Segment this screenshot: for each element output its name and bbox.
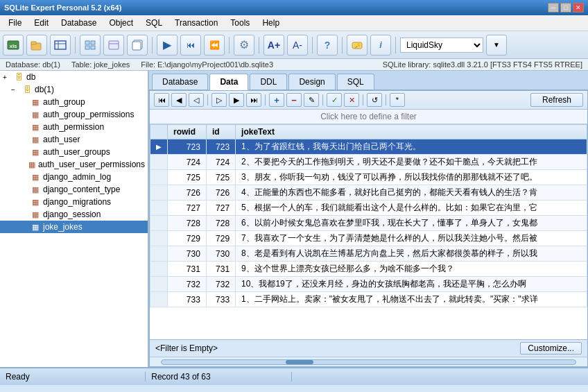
hscroll-thumb[interactable]: [286, 360, 313, 364]
tree-label-django-session: django_session: [43, 210, 101, 219]
minimize-button[interactable]: ─: [548, 3, 559, 12]
table-row[interactable]: 7277275、根据一个人的车，我们就能看出这个人是什么样的。比如：如果它在沟里…: [150, 201, 587, 216]
tree-label-auth-group-perm: auth_group_permissions: [43, 110, 134, 119]
menu-help[interactable]: Help: [257, 17, 285, 29]
tree-item-auth-user-groups[interactable]: ▦ auth_user_groups: [0, 146, 148, 158]
tree-expand-db1[interactable]: −: [11, 86, 19, 94]
toolbar-font-inc-btn[interactable]: A+: [263, 35, 284, 56]
del-row-btn[interactable]: −: [286, 93, 302, 107]
tab-sql[interactable]: SQL: [337, 74, 374, 90]
toolbar-gear-btn[interactable]: ⚙: [234, 35, 254, 56]
table-row[interactable]: 7287286、以前小时候女鬼总喜欢在梦里吓我，现在长大了，懂事了，单身人了，女…: [150, 216, 587, 231]
close-button[interactable]: ✕: [573, 3, 584, 12]
table-row[interactable]: 7267264、正能量的东西也不能多看，就好比自己挺穷的，都能天天看有钱人的生活…: [150, 185, 587, 201]
table-row[interactable]: 7317319、这个世界上漂亮女孩已经那么多，为啥不能多一个我？: [150, 262, 587, 277]
toolbar-table-btn[interactable]: [50, 35, 71, 56]
tree-label-django-admin: django_admin_log: [43, 172, 111, 182]
toolbar-key-btn[interactable]: 🔑: [347, 35, 368, 56]
toolbar-font-dec-btn[interactable]: A-: [287, 35, 308, 56]
toolbar-open-btn[interactable]: [26, 35, 47, 56]
main-toolbar: xls ▶ ⏮ ⏪ ⚙ A+ A- ? 🔑 i LiquidSky ▼: [0, 31, 588, 59]
toolbar-copy-btn[interactable]: [127, 35, 148, 56]
nav-last-btn[interactable]: ⏭: [246, 93, 261, 107]
main-area: + 🗄 db − 🗄 db(1) ▦ auth_group ▦ auth_gro…: [0, 71, 588, 367]
nav-fwd-btn[interactable]: ▷: [211, 93, 227, 107]
tree-item-auth-user-user-perm[interactable]: ▦ auth_user_user_permissions: [0, 158, 148, 171]
menu-tools[interactable]: Tools: [225, 17, 255, 29]
menu-file[interactable]: File: [3, 17, 27, 29]
profile-combo[interactable]: LiquidSky: [400, 37, 483, 53]
nav-prev-btn[interactable]: ◀: [171, 93, 187, 107]
cell-rowid: 733: [168, 292, 207, 307]
hscroll-track[interactable]: [161, 359, 576, 365]
add-row-btn[interactable]: +: [269, 93, 284, 107]
tree-item-django-session[interactable]: ▦ django_session: [0, 208, 148, 221]
tree-item-django-admin[interactable]: ▦ django_admin_log: [0, 171, 148, 183]
tree-expand-root[interactable]: +: [3, 74, 11, 81]
refresh-small-btn[interactable]: ↺: [367, 93, 382, 107]
row-indicator: [150, 292, 168, 307]
toolbar-prev-btn[interactable]: ⏮: [180, 35, 201, 56]
tree-item-auth-perm[interactable]: ▦ auth_permission: [0, 121, 148, 133]
menu-database[interactable]: Database: [55, 17, 102, 29]
tab-design[interactable]: Design: [288, 74, 335, 90]
tree-item-joke-jokes[interactable]: ▦ joke_jokes: [0, 221, 148, 233]
toolbar-info-btn[interactable]: i: [370, 35, 391, 56]
table-row[interactable]: 7307308、老是看到有人说凯在兰博基尼方向盘上哭，然后大家都很羡慕的样子，所…: [150, 246, 587, 262]
table-row[interactable]: ▶7237231、为了省跟红钱，我每天出门给自己两个耳光。: [150, 139, 587, 155]
col-rowid[interactable]: rowid: [168, 125, 207, 139]
tree-item-db-root[interactable]: + 🗄 db: [0, 71, 148, 83]
col-id[interactable]: id: [206, 125, 235, 139]
toolbar-help-btn[interactable]: ?: [317, 35, 338, 56]
toolbar-play-btn[interactable]: ▶: [157, 35, 178, 56]
row-indicator: [150, 170, 168, 185]
toolbar-design-btn[interactable]: [103, 35, 124, 56]
cell-id: 726: [206, 185, 235, 201]
cell-id: 729: [206, 231, 235, 246]
check-btn[interactable]: ✓: [327, 93, 342, 107]
customize-button[interactable]: Customize...: [520, 342, 582, 355]
tree-item-django-content[interactable]: ▦ django_content_type: [0, 183, 148, 196]
menu-edit[interactable]: Edit: [28, 17, 54, 29]
data-table-container[interactable]: rowid id jokeText ▶7237231、为了省跟红钱，我每天出门给…: [150, 124, 587, 339]
tree-label-auth-user: auth_user: [43, 135, 80, 144]
table-row[interactable]: 7297297、我喜欢了一个女生，为了弄清楚她是什么样的人，所以我关注她小号。然…: [150, 231, 587, 246]
menu-sql[interactable]: SQL: [140, 17, 168, 29]
menu-object[interactable]: Object: [103, 17, 139, 29]
nav-next-btn[interactable]: ▶: [229, 93, 244, 107]
tree-item-db1[interactable]: − 🗄 db(1): [0, 83, 148, 96]
table-row[interactable]: 73273210、我都19了，还没来月经，身边的女孩纸胸都老高，我还是平胸，怎么…: [150, 277, 587, 292]
tab-data[interactable]: Data: [209, 74, 248, 90]
refresh-button[interactable]: Refresh: [530, 93, 583, 107]
nav-back-btn[interactable]: ◁: [189, 93, 204, 107]
cell-rowid: 731: [168, 262, 207, 277]
tree-label-auth-user-groups: auth_user_groups: [43, 147, 110, 157]
menu-transaction[interactable]: Transaction: [169, 17, 223, 29]
maximize-button[interactable]: □: [560, 3, 571, 12]
cancel-btn[interactable]: ✕: [344, 93, 359, 107]
tree-item-auth-user[interactable]: ▦ auth_user: [0, 133, 148, 146]
tab-ddl[interactable]: DDL: [250, 74, 287, 90]
nav-first-btn[interactable]: ⏮: [154, 93, 169, 107]
cell-joketext: 1、二手网站上。卖家："被女友甩了，礼物送不出去了，就此转卖。"买家："求详: [236, 292, 587, 307]
asterisk-btn[interactable]: *: [390, 93, 405, 107]
tab-database[interactable]: Database: [152, 74, 208, 90]
row-indicator: [150, 246, 168, 262]
table-row[interactable]: 7257253、朋友，你听我一句劝，钱没了可以再挣，所以我找你借的那那钱就不还了…: [150, 170, 587, 185]
tree-item-django-migrations[interactable]: ▦ django_migrations: [0, 196, 148, 208]
toolbar-grid-btn[interactable]: [80, 35, 101, 56]
table-row[interactable]: 7337331、二手网站上。卖家："被女友甩了，礼物送不出去了，就此转卖。"买家…: [150, 292, 587, 307]
toolbar-export-btn[interactable]: xls: [3, 35, 24, 56]
profile-dropdown-btn[interactable]: ▼: [486, 35, 507, 56]
table-icon-8: ▦: [30, 185, 41, 194]
table-row[interactable]: 7247242、不要把今天的工作拖到明天，明天还不是要做？还不如干脆点，今天就把…: [150, 155, 587, 170]
edit-btn[interactable]: ✎: [304, 93, 319, 107]
tree-item-auth-group-perm[interactable]: ▦ auth_group_permissions: [0, 108, 148, 121]
cell-joketext: 10、我都19了，还没来月经，身边的女孩纸胸都老高，我还是平胸，怎么办啊: [236, 277, 587, 292]
tree-label-django-content: django_content_type: [43, 185, 120, 194]
col-joketext[interactable]: jokeText: [236, 125, 587, 139]
toolbar-back-btn[interactable]: ⏪: [204, 35, 225, 56]
tree-item-auth-group[interactable]: ▦ auth_group: [0, 96, 148, 108]
hscroll-bar[interactable]: [150, 357, 587, 366]
svg-rect-10: [91, 46, 95, 49]
